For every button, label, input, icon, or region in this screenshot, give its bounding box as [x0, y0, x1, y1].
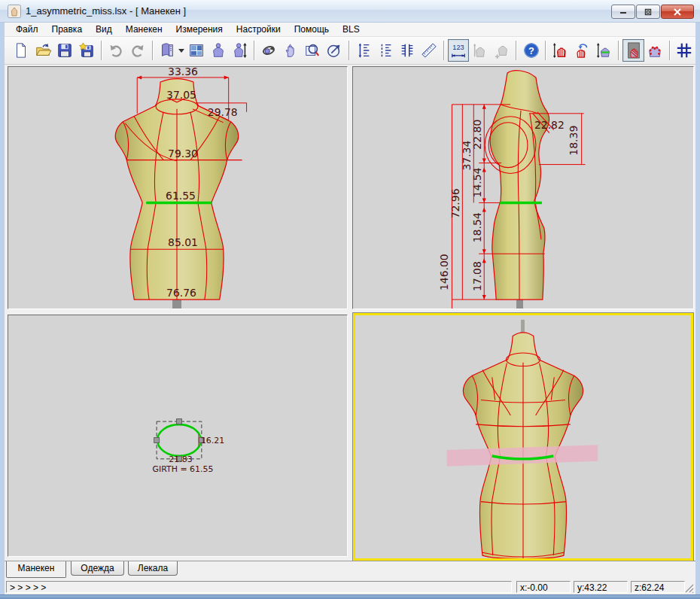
tab-patterns-label: Лекала	[138, 563, 168, 573]
viewport-front[interactable]: 33.36 37.05 29.78 79.30 61.55 85.01 76.7…	[8, 66, 348, 309]
redo-icon	[129, 42, 146, 59]
measure-vertical-button[interactable]	[353, 39, 375, 62]
undo-button[interactable]	[105, 39, 127, 62]
mannequin-measure-icon	[552, 42, 569, 59]
side-view-canvas: 146.00 72.96 37.34 22.80 14.54 18.54 17.…	[353, 67, 693, 309]
toolbar-separator	[669, 41, 671, 60]
dim-armhole: 18.39	[568, 126, 580, 156]
title-bar[interactable]: 1_asymmetric_miss.lsx - [ Манекен ]	[0, 0, 700, 23]
workspace: 33.36 37.05 29.78 79.30 61.55 85.01 76.7…	[5, 65, 695, 561]
dim-section-girth: GIRTH = 61.55	[153, 464, 214, 474]
menu-view[interactable]: Вид	[89, 23, 119, 36]
dim-top-width: 33.36	[168, 67, 198, 78]
zoom-extents-button[interactable]	[324, 39, 345, 62]
mannequin-waist-level-button[interactable]	[593, 39, 615, 62]
minimize-button[interactable]	[611, 5, 635, 19]
rotate-view-button[interactable]	[258, 39, 280, 62]
tile-views-button[interactable]	[185, 39, 207, 62]
dimensions-123-button[interactable]: 123	[448, 39, 470, 62]
notebook-button[interactable]	[157, 39, 178, 62]
mannequin-height-fit-icon	[232, 42, 248, 59]
status-coord-x: x:-0.00	[516, 581, 571, 593]
menu-settings[interactable]: Настройки	[230, 23, 288, 36]
waist-plane[interactable]	[447, 445, 598, 466]
mannequin-control-points-button[interactable]	[644, 39, 666, 62]
help-button[interactable]: ?	[520, 39, 542, 62]
dim-seg4: 17.08	[471, 261, 483, 291]
notebook-dropdown-arrow[interactable]	[178, 39, 186, 62]
menu-file[interactable]: Файл	[9, 23, 45, 36]
dim-seg1: 22.80	[471, 120, 483, 150]
viewport-section[interactable]: 16.21 21.83 GIRTH = 61.55	[8, 315, 348, 557]
ruler-icon	[421, 42, 437, 59]
toolbar-separator	[618, 41, 619, 60]
menu-edit[interactable]: Правка	[45, 23, 90, 36]
dim-seg2: 14.54	[471, 167, 483, 197]
mannequin-measure-button[interactable]	[549, 39, 571, 62]
toolbar-separator	[348, 41, 350, 60]
viewport-back-active[interactable]	[352, 312, 694, 561]
measure-contour-button[interactable]	[375, 39, 397, 62]
back-view-canvas	[355, 315, 691, 558]
restore-button[interactable]	[636, 5, 660, 19]
grid-icon	[676, 42, 692, 59]
chevron-down-icon	[178, 49, 184, 53]
resize-grip[interactable]	[684, 583, 694, 593]
new-file-button[interactable]	[11, 39, 32, 62]
close-button[interactable]	[661, 5, 694, 19]
save-button[interactable]	[54, 39, 76, 62]
notebook-icon	[159, 42, 175, 59]
mannequin-section-icon	[574, 42, 591, 59]
mannequin-height-disabled-icon	[472, 42, 488, 59]
dim-back-width: 22.82	[534, 119, 565, 131]
tab-clothes[interactable]: Одежда	[71, 561, 124, 576]
dim-waist: 61.55	[166, 190, 196, 202]
menu-bls[interactable]: BLS	[336, 23, 367, 36]
mannequin-button[interactable]	[207, 39, 229, 62]
grid-button[interactable]	[674, 39, 695, 62]
menu-bar: Файл Правка Вид Манекен Измерения Настро…	[5, 23, 695, 37]
tab-mannequin-label: Манекен	[18, 563, 55, 573]
status-coord-y: y:43.22	[574, 581, 628, 593]
app-icon	[8, 5, 21, 18]
mannequin-icon	[210, 42, 227, 59]
status-bar: > > > > > x:-0.00 y:43.22 z:62.24	[5, 579, 695, 594]
tile-views-icon	[188, 42, 205, 59]
menu-measurements[interactable]: Измерения	[169, 23, 230, 36]
redo-button[interactable]	[127, 39, 149, 62]
viewport-side[interactable]: 146.00 72.96 37.34 22.80 14.54 18.54 17.…	[352, 66, 694, 309]
save-icon	[56, 42, 73, 59]
zoom-window-button[interactable]	[302, 39, 324, 62]
waist-section-curve[interactable]	[157, 424, 201, 456]
window-title: 1_asymmetric_miss.lsx - [ Манекен ]	[26, 5, 186, 17]
dim-torso: 72.96	[449, 188, 461, 218]
open-file-button[interactable]	[32, 39, 54, 62]
ruler-button[interactable]	[418, 39, 440, 62]
rotate-view-icon	[260, 42, 277, 59]
mannequin-add-disabled-icon	[494, 42, 510, 59]
toolbar-separator	[443, 41, 445, 60]
section-view-canvas: 16.21 21.83 GIRTH = 61.55	[8, 315, 347, 556]
mannequin-section-button[interactable]	[571, 39, 593, 62]
dim-section-width: 21.83	[169, 455, 192, 464]
zoom-window-icon	[304, 42, 321, 59]
app-window: 1_asymmetric_miss.lsx - [ Манекен ] Файл…	[0, 0, 700, 599]
mannequin-height-fit-button[interactable]	[229, 39, 251, 62]
section-labels: 16.21 21.83 GIRTH = 61.55	[153, 436, 225, 474]
restore-icon	[644, 8, 653, 16]
menu-help[interactable]: Помощь	[288, 23, 336, 36]
mannequin-height-disabled-button	[469, 39, 491, 62]
measure-horizontal-button[interactable]	[397, 39, 418, 62]
save-as-button[interactable]	[76, 39, 98, 62]
mannequin-pattern-button[interactable]	[622, 39, 644, 62]
dim-section-height: 16.21	[201, 436, 224, 445]
status-coord-z: z:62.24	[631, 581, 685, 593]
tab-patterns[interactable]: Лекала	[128, 561, 178, 576]
front-view-canvas: 33.36 37.05 29.78 79.30 61.55 85.01 76.7…	[8, 67, 347, 309]
measure-vertical-icon	[355, 42, 372, 59]
svg-text:123: 123	[452, 44, 464, 51]
tab-clothes-label: Одежда	[81, 563, 114, 573]
tab-mannequin[interactable]: Манекен	[6, 561, 66, 578]
pan-hand-button[interactable]	[280, 39, 302, 62]
menu-mannequin[interactable]: Манекен	[119, 23, 169, 36]
